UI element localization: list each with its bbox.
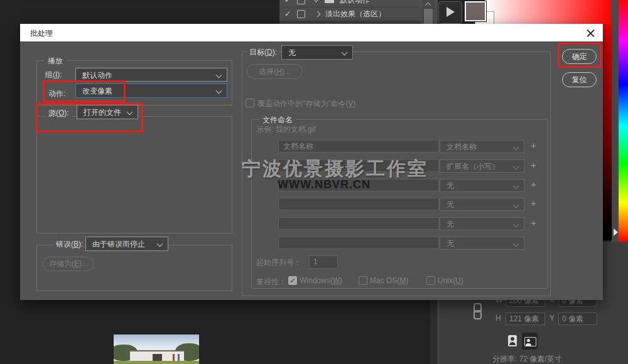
landscape-orientation-button[interactable]: [522, 333, 538, 350]
action-label[interactable]: 淡出效果（选区）: [325, 9, 386, 19]
annotation-action-highlight: [43, 80, 126, 102]
watermark-url: WWW.NBVR.CN: [278, 178, 371, 191]
choose-button[interactable]: 选择(H)...: [247, 64, 303, 79]
landscape-icon: [524, 337, 536, 346]
chevron-down-icon[interactable]: [313, 0, 320, 2]
serial-label: 起始序列号：: [256, 257, 301, 268]
y-label: Y: [550, 314, 555, 323]
dialog-toggle-icon[interactable]: [297, 10, 305, 18]
height-label: H: [495, 314, 501, 323]
compat-checkbox[interactable]: [359, 276, 367, 285]
set-value: 默认动作: [82, 70, 112, 81]
check-icon[interactable]: ✓: [283, 9, 292, 18]
file-naming-dropdown-value: 无: [447, 181, 454, 191]
dialog-toggle-icon[interactable]: [297, 0, 305, 4]
file-naming-dropdown[interactable]: 扩展名（小写）: [440, 159, 524, 173]
set-label: 组(I):: [45, 70, 62, 80]
portrait-orientation-button[interactable]: [505, 333, 521, 350]
add-field-button[interactable]: +: [531, 140, 536, 151]
scroll-up-icon[interactable]: [425, 3, 431, 9]
file-naming-dropdown-value: 文档名称: [447, 142, 477, 153]
override-checkbox[interactable]: [246, 99, 254, 107]
destination-value: 无: [288, 48, 296, 58]
portrait-icon: [508, 335, 517, 346]
chevron-down-icon: [513, 241, 519, 247]
chain-bottom: [474, 310, 482, 319]
add-field-button[interactable]: +: [531, 217, 536, 228]
actions-panel: ✓ 默认动作 ✓ 淡出效果（选区）: [279, 0, 438, 24]
chevron-down-icon: [216, 72, 222, 78]
photoshop-screen: ✓ 默认动作 ✓ 淡出效果（选区） W 200 像素 X 0 像素: [0, 0, 628, 364]
annotation-source-highlight: [36, 103, 143, 132]
resolution-readout: 分辨率: 72 像素/英寸: [492, 354, 562, 364]
compatibility-options: ✓Windows(W)Mac OS(M)Unix(U): [288, 276, 539, 286]
source-group: [36, 116, 232, 233]
color-picker-saturation-edge[interactable]: [603, 24, 612, 240]
error-dropdown[interactable]: 由于错误而停止: [85, 237, 168, 251]
reset-button[interactable]: 复位: [562, 72, 597, 87]
color-picker-hue-bar[interactable]: [619, 0, 628, 242]
close-icon[interactable]: [587, 29, 595, 38]
check-icon[interactable]: ✓: [283, 0, 292, 4]
compat-label: 兼容性：: [256, 277, 286, 287]
chevron-down-icon: [513, 183, 519, 190]
error-value: 由于错误而停止: [92, 239, 145, 250]
file-naming-dropdown[interactable]: 无: [440, 217, 524, 230]
annotation-ok-highlight: [558, 43, 602, 68]
scrollbar-thumb[interactable]: [424, 9, 433, 24]
hue-slider-arrow-icon[interactable]: [614, 228, 618, 236]
chevron-down-icon: [157, 241, 163, 247]
dialog-title: 批处理: [30, 28, 53, 39]
add-field-button[interactable]: +: [531, 159, 536, 170]
file-naming-dropdown-value: 无: [447, 219, 454, 230]
add-field-button[interactable]: +: [531, 179, 536, 190]
save-as-button[interactable]: 存储为(E)...: [43, 257, 94, 271]
compat-checkbox-label: Windows(W): [300, 276, 342, 285]
chevron-down-icon: [513, 202, 519, 208]
serial-input[interactable]: 1: [309, 255, 338, 269]
canvas-image-house: [114, 335, 199, 364]
example-text: 示例: 我的文档.gif: [256, 124, 316, 135]
actions-scrollbar[interactable]: [422, 0, 435, 24]
action-set-label[interactable]: 默认动作: [340, 0, 370, 6]
y-field[interactable]: 0 像素: [558, 313, 597, 325]
destination-label: 目标(D):: [247, 47, 279, 58]
link-dimensions-icon[interactable]: [472, 303, 481, 319]
chevron-down-icon: [513, 144, 519, 151]
file-naming-dropdown-value: 无: [447, 238, 454, 249]
play-action-button[interactable]: [438, 1, 462, 24]
file-naming-dropdown-value: 无: [447, 200, 454, 210]
color-picker-saturation-field[interactable]: [485, 0, 612, 24]
file-naming-dropdown[interactable]: 文档名称: [440, 140, 524, 153]
chevron-right-icon[interactable]: [315, 11, 321, 17]
file-naming-dropdown[interactable]: 无: [440, 198, 524, 211]
compat-checkbox-label: Unix(U): [438, 276, 463, 285]
grass: [114, 361, 199, 364]
chevron-down-icon: [513, 164, 519, 170]
compat-checkbox[interactable]: ✓: [288, 276, 297, 285]
file-naming-input[interactable]: 文档名称: [278, 140, 439, 153]
compat-checkbox-label: Mac OS(M): [370, 276, 408, 285]
file-naming-dropdown[interactable]: 无: [440, 179, 524, 192]
add-field-button[interactable]: +: [531, 198, 536, 208]
file-naming-dropdown-value: 扩展名（小写）: [447, 161, 499, 172]
foreground-color-swatch[interactable]: [465, 1, 486, 21]
file-naming-dropdown[interactable]: 无: [440, 237, 524, 250]
chevron-down-icon: [216, 88, 222, 94]
chevron-down-icon: [342, 50, 348, 56]
folder-icon: [325, 0, 334, 3]
file-naming-input[interactable]: [278, 198, 439, 210]
action-row[interactable]: ✓ 淡出效果（选区）: [279, 7, 420, 21]
file-naming-input[interactable]: [278, 237, 439, 249]
set-dropdown[interactable]: 默认动作: [75, 68, 227, 82]
compat-checkbox[interactable]: [426, 276, 435, 285]
destination-dropdown[interactable]: 无: [281, 45, 353, 60]
error-label: 错误(B):: [53, 239, 85, 250]
height-field[interactable]: 121 像素: [506, 313, 545, 325]
file-naming-input[interactable]: [278, 217, 439, 230]
chevron-down-icon: [513, 222, 519, 228]
override-checkbox-label: 覆盖动作中的"存储为"命令(V): [257, 99, 356, 109]
play-group-legend: 播放: [45, 56, 66, 67]
dialog-titlebar[interactable]: 批处理: [20, 24, 603, 41]
play-icon: [447, 7, 455, 17]
